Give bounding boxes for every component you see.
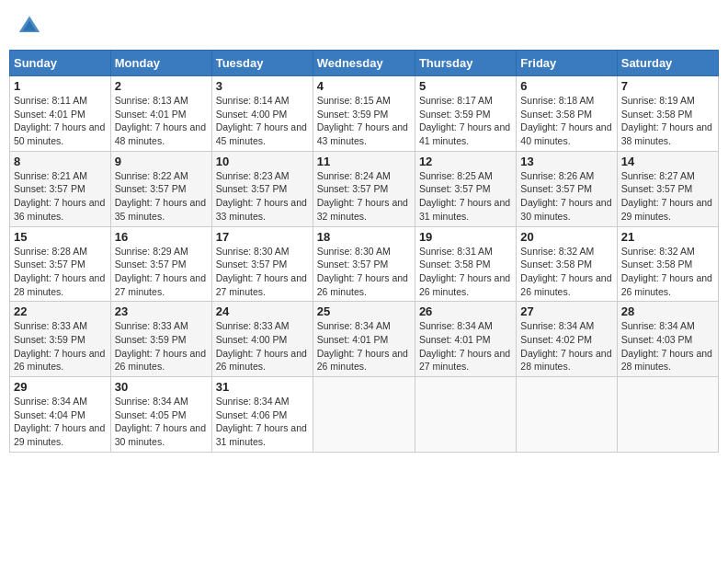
day-info: Sunrise: 8:34 AM Sunset: 4:03 PM Dayligh… [621,319,714,373]
day-info: Sunrise: 8:19 AM Sunset: 3:58 PM Dayligh… [621,94,714,148]
weekday-header: Thursday [415,51,516,76]
calendar-week-row: 1 Sunrise: 8:11 AM Sunset: 4:01 PM Dayli… [10,76,719,152]
calendar-day-cell: 26 Sunrise: 8:34 AM Sunset: 4:01 PM Dayl… [415,302,516,377]
calendar-week-row: 15 Sunrise: 8:28 AM Sunset: 3:57 PM Dayl… [10,226,719,302]
weekday-header: Sunday [10,51,111,76]
day-number: 20 [520,230,612,244]
day-number: 29 [14,380,107,394]
day-number: 14 [621,155,714,168]
day-info: Sunrise: 8:26 AM Sunset: 3:57 PM Dayligh… [520,169,612,224]
calendar-day-cell: 7 Sunrise: 8:19 AM Sunset: 3:58 PM Dayli… [617,76,718,152]
calendar-day-cell: 5 Sunrise: 8:17 AM Sunset: 3:59 PM Dayli… [415,76,516,152]
day-info: Sunrise: 8:30 AM Sunset: 3:57 PM Dayligh… [317,245,411,299]
calendar-day-cell: 24 Sunrise: 8:33 AM Sunset: 4:00 PM Dayl… [211,302,313,377]
calendar-week-row: 8 Sunrise: 8:21 AM Sunset: 3:57 PM Dayli… [10,151,719,226]
calendar-day-cell: 23 Sunrise: 8:33 AM Sunset: 3:59 PM Dayl… [110,302,211,377]
day-number: 2 [115,79,208,93]
calendar-day-cell: 20 Sunrise: 8:32 AM Sunset: 3:58 PM Dayl… [517,226,617,302]
calendar-day-cell: 2 Sunrise: 8:13 AM Sunset: 4:01 PM Dayli… [110,76,211,152]
logo [17,13,46,39]
day-number: 18 [317,230,411,244]
day-number: 22 [14,304,107,318]
day-info: Sunrise: 8:14 AM Sunset: 4:00 PM Dayligh… [216,94,309,148]
day-number: 1 [14,79,107,93]
calendar-day-cell: 17 Sunrise: 8:30 AM Sunset: 3:57 PM Dayl… [211,226,313,302]
calendar-day-cell: 19 Sunrise: 8:31 AM Sunset: 3:58 PM Dayl… [415,226,516,302]
day-number: 27 [520,304,612,318]
calendar-day-cell [415,377,516,453]
calendar-day-cell: 30 Sunrise: 8:34 AM Sunset: 4:05 PM Dayl… [110,377,211,453]
day-number: 31 [216,380,309,394]
day-info: Sunrise: 8:27 AM Sunset: 3:57 PM Dayligh… [621,169,714,224]
calendar-day-cell [313,377,415,453]
day-number: 10 [216,155,309,168]
calendar-day-cell: 15 Sunrise: 8:28 AM Sunset: 3:57 PM Dayl… [10,226,111,302]
day-info: Sunrise: 8:17 AM Sunset: 3:59 PM Dayligh… [419,94,512,148]
weekday-header: Monday [110,51,211,76]
calendar-day-cell: 27 Sunrise: 8:34 AM Sunset: 4:02 PM Dayl… [517,302,617,377]
day-number: 13 [520,155,612,168]
calendar-day-cell: 28 Sunrise: 8:34 AM Sunset: 4:03 PM Dayl… [617,302,718,377]
day-info: Sunrise: 8:18 AM Sunset: 3:58 PM Dayligh… [520,94,612,148]
day-info: Sunrise: 8:34 AM Sunset: 4:05 PM Dayligh… [115,395,208,449]
day-info: Sunrise: 8:30 AM Sunset: 3:57 PM Dayligh… [216,245,309,299]
calendar-day-cell: 14 Sunrise: 8:27 AM Sunset: 3:57 PM Dayl… [617,151,718,226]
day-number: 5 [419,79,512,93]
day-info: Sunrise: 8:33 AM Sunset: 3:59 PM Dayligh… [115,319,208,373]
day-number: 6 [520,79,612,93]
calendar-header-row: SundayMondayTuesdayWednesdayThursdayFrid… [10,51,719,76]
day-info: Sunrise: 8:31 AM Sunset: 3:58 PM Dayligh… [419,245,512,299]
calendar-week-row: 22 Sunrise: 8:33 AM Sunset: 3:59 PM Dayl… [10,302,719,377]
calendar-day-cell: 25 Sunrise: 8:34 AM Sunset: 4:01 PM Dayl… [313,302,415,377]
weekday-header: Friday [517,51,617,76]
day-number: 30 [115,380,208,394]
calendar-day-cell [617,377,718,453]
day-info: Sunrise: 8:28 AM Sunset: 3:57 PM Dayligh… [14,245,107,299]
calendar-day-cell: 8 Sunrise: 8:21 AM Sunset: 3:57 PM Dayli… [10,151,111,226]
day-number: 24 [216,304,309,318]
calendar-table: SundayMondayTuesdayWednesdayThursdayFrid… [9,50,719,453]
day-info: Sunrise: 8:21 AM Sunset: 3:57 PM Dayligh… [14,169,107,224]
calendar-day-cell: 29 Sunrise: 8:34 AM Sunset: 4:04 PM Dayl… [10,377,111,453]
calendar-day-cell [517,377,617,453]
day-number: 8 [14,155,107,168]
calendar-week-row: 29 Sunrise: 8:34 AM Sunset: 4:04 PM Dayl… [10,377,719,453]
calendar-day-cell: 21 Sunrise: 8:32 AM Sunset: 3:58 PM Dayl… [617,226,718,302]
day-number: 3 [216,79,309,93]
calendar-day-cell: 9 Sunrise: 8:22 AM Sunset: 3:57 PM Dayli… [110,151,211,226]
weekday-header: Saturday [617,51,718,76]
calendar-day-cell: 11 Sunrise: 8:24 AM Sunset: 3:57 PM Dayl… [313,151,415,226]
calendar-day-cell: 16 Sunrise: 8:29 AM Sunset: 3:57 PM Dayl… [110,226,211,302]
calendar-day-cell: 31 Sunrise: 8:34 AM Sunset: 4:06 PM Dayl… [211,377,313,453]
day-info: Sunrise: 8:34 AM Sunset: 4:01 PM Dayligh… [317,319,411,373]
day-info: Sunrise: 8:33 AM Sunset: 4:00 PM Dayligh… [216,319,309,373]
day-number: 17 [216,230,309,244]
calendar-day-cell: 4 Sunrise: 8:15 AM Sunset: 3:59 PM Dayli… [313,76,415,152]
day-info: Sunrise: 8:34 AM Sunset: 4:06 PM Dayligh… [216,395,309,449]
day-info: Sunrise: 8:34 AM Sunset: 4:02 PM Dayligh… [520,319,612,373]
day-info: Sunrise: 8:32 AM Sunset: 3:58 PM Dayligh… [621,245,714,299]
calendar-day-cell: 18 Sunrise: 8:30 AM Sunset: 3:57 PM Dayl… [313,226,415,302]
header [9,9,719,42]
day-info: Sunrise: 8:22 AM Sunset: 3:57 PM Dayligh… [115,169,208,224]
day-number: 26 [419,304,512,318]
day-number: 19 [419,230,512,244]
day-info: Sunrise: 8:32 AM Sunset: 3:58 PM Dayligh… [520,245,612,299]
day-number: 16 [115,230,208,244]
day-info: Sunrise: 8:34 AM Sunset: 4:01 PM Dayligh… [419,319,512,373]
day-number: 4 [317,79,411,93]
calendar-day-cell: 13 Sunrise: 8:26 AM Sunset: 3:57 PM Dayl… [517,151,617,226]
day-number: 15 [14,230,107,244]
calendar-day-cell: 6 Sunrise: 8:18 AM Sunset: 3:58 PM Dayli… [517,76,617,152]
day-number: 9 [115,155,208,168]
calendar-day-cell: 12 Sunrise: 8:25 AM Sunset: 3:57 PM Dayl… [415,151,516,226]
day-number: 11 [317,155,411,168]
day-number: 25 [317,304,411,318]
day-info: Sunrise: 8:11 AM Sunset: 4:01 PM Dayligh… [14,94,107,148]
logo-icon [17,13,42,39]
day-info: Sunrise: 8:33 AM Sunset: 3:59 PM Dayligh… [14,319,107,373]
day-info: Sunrise: 8:13 AM Sunset: 4:01 PM Dayligh… [115,94,208,148]
day-info: Sunrise: 8:15 AM Sunset: 3:59 PM Dayligh… [317,94,411,148]
day-number: 21 [621,230,714,244]
calendar-day-cell: 22 Sunrise: 8:33 AM Sunset: 3:59 PM Dayl… [10,302,111,377]
